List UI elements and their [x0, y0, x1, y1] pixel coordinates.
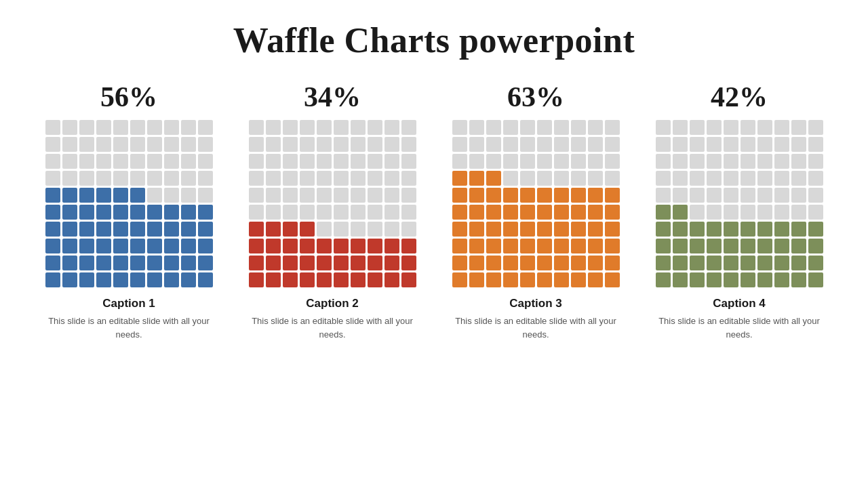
waffle-cell — [351, 137, 366, 152]
waffle-cell — [690, 188, 705, 203]
waffle-cell — [690, 171, 705, 186]
waffle-cell — [79, 188, 94, 203]
waffle-cell — [368, 171, 382, 186]
waffle-cell — [351, 205, 366, 220]
waffle-cell — [300, 272, 315, 287]
waffle-cell — [317, 137, 332, 152]
waffle-cell — [249, 137, 264, 152]
waffle-cell — [249, 239, 264, 253]
waffle-cell — [96, 137, 111, 152]
waffle-cell — [266, 154, 281, 169]
waffle-cell — [690, 272, 705, 287]
waffle-cell — [791, 272, 806, 287]
percentage-2: 34% — [304, 81, 361, 113]
waffle-cell — [452, 154, 467, 169]
waffle-cell — [368, 272, 382, 287]
waffle-cell — [741, 205, 755, 220]
waffle-cell — [520, 171, 535, 186]
waffle-cell — [588, 239, 603, 253]
waffle-cell — [469, 239, 484, 253]
waffle-cell — [571, 137, 586, 152]
waffle-cell — [673, 120, 688, 135]
waffle-cell — [707, 120, 722, 135]
waffle-cell — [757, 205, 772, 220]
waffle-cell — [724, 222, 738, 237]
waffle-cell — [656, 256, 671, 270]
waffle-cell — [130, 272, 145, 287]
waffle-cell — [249, 256, 264, 270]
waffle-cell — [791, 137, 806, 152]
waffle-cell — [554, 120, 569, 135]
waffle-cell — [181, 171, 196, 186]
waffle-cell — [317, 120, 332, 135]
waffle-cell — [757, 239, 772, 253]
waffle-cell — [707, 171, 722, 186]
waffle-cell — [113, 205, 128, 220]
waffle-cell — [181, 256, 196, 270]
waffle-cell — [368, 256, 382, 270]
waffle-cell — [317, 222, 332, 237]
waffle-cell — [554, 222, 569, 237]
waffle-cell — [334, 188, 349, 203]
caption-text-1: This slide is an editable slide with all… — [37, 314, 220, 341]
waffle-cell — [724, 188, 738, 203]
waffle-cell — [79, 205, 94, 220]
waffle-cell — [198, 222, 213, 237]
waffle-cell — [656, 222, 671, 237]
waffle-cell — [605, 205, 620, 220]
waffle-cell — [469, 120, 484, 135]
waffle-cell — [486, 154, 501, 169]
waffle-cell — [571, 256, 586, 270]
waffle-cell — [266, 137, 281, 152]
waffle-cell — [62, 120, 77, 135]
waffle-cell — [62, 137, 77, 152]
waffle-cell — [300, 154, 315, 169]
waffle-cell — [537, 256, 552, 270]
waffle-cell — [486, 171, 501, 186]
waffle-cell — [469, 137, 484, 152]
waffle-cell — [198, 120, 213, 135]
waffle-cell — [334, 222, 349, 237]
waffle-grid-4 — [656, 120, 823, 287]
waffle-cell — [656, 154, 671, 169]
waffle-cell — [571, 171, 586, 186]
waffle-cell — [368, 205, 382, 220]
waffle-cell — [62, 239, 77, 253]
waffle-cell — [554, 188, 569, 203]
waffle-cell — [741, 256, 755, 270]
waffle-cell — [45, 256, 60, 270]
waffle-cell — [401, 188, 416, 203]
waffle-cell — [79, 137, 94, 152]
waffle-cell — [724, 272, 738, 287]
waffle-cell — [520, 239, 535, 253]
waffle-cell — [469, 272, 484, 287]
waffle-cell — [384, 272, 399, 287]
waffle-cell — [401, 137, 416, 152]
waffle-cell — [724, 154, 738, 169]
waffle-cell — [537, 188, 552, 203]
waffle-cell — [334, 154, 349, 169]
waffle-cell — [588, 154, 603, 169]
waffle-cell — [486, 222, 501, 237]
waffle-cell — [656, 272, 671, 287]
waffle-cell — [401, 154, 416, 169]
percentage-3: 63% — [507, 81, 564, 113]
waffle-cell — [774, 188, 789, 203]
waffle-cell — [164, 256, 179, 270]
waffle-cell — [537, 272, 552, 287]
waffle-cell — [401, 272, 416, 287]
waffle-cell — [317, 272, 332, 287]
waffle-cell — [741, 137, 755, 152]
waffle-cell — [45, 272, 60, 287]
waffle-cell — [198, 272, 213, 287]
waffle-cell — [757, 154, 772, 169]
waffle-cell — [673, 256, 688, 270]
waffle-cell — [741, 188, 755, 203]
waffle-cell — [300, 239, 315, 253]
waffle-cell — [283, 205, 298, 220]
waffle-cell — [741, 272, 755, 287]
waffle-cell — [300, 222, 315, 237]
waffle-cell — [452, 272, 467, 287]
waffle-cell — [554, 154, 569, 169]
waffle-cell — [45, 222, 60, 237]
